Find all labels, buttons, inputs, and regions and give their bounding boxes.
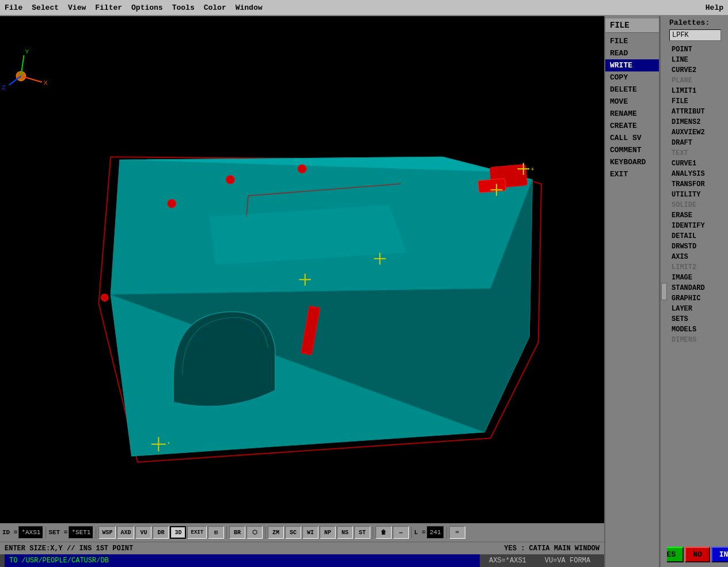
- svg-text:+: +: [530, 166, 534, 173]
- menu-item-comment[interactable]: COMMENT: [605, 144, 659, 156]
- palette-graphic[interactable]: GRAPHIC: [669, 293, 726, 304]
- icon-btn1[interactable]: ⊞: [208, 526, 224, 539]
- palette-identify[interactable]: IDENTIFY: [669, 221, 726, 231]
- palette-layer[interactable]: LAYER: [669, 304, 726, 314]
- dr-button[interactable]: DR: [153, 526, 169, 539]
- menu-file[interactable]: File: [5, 3, 22, 12]
- svg-point-17: [101, 294, 108, 301]
- menu-filter[interactable]: Filter: [95, 3, 122, 12]
- viewport[interactable]: X Y Z: [0, 16, 604, 567]
- menu-window[interactable]: Window: [236, 3, 263, 12]
- lpfk-input[interactable]: LPFK: [669, 29, 721, 41]
- dash-button[interactable]: —: [393, 526, 409, 539]
- palette-draft[interactable]: DRAFT: [669, 138, 726, 148]
- br-button[interactable]: BR: [229, 526, 245, 539]
- wi-button[interactable]: WI: [302, 526, 318, 539]
- palettes-panel: Palettes: LPFK POINT LINE CURVE2 PLANE L…: [667, 16, 728, 567]
- exit-button[interactable]: EXIT: [187, 526, 207, 539]
- palette-transfor[interactable]: TRANSFOR: [669, 179, 726, 190]
- yes-button[interactable]: YES: [667, 547, 684, 562]
- menu-item-keyboard[interactable]: KEYBOARD: [605, 156, 659, 168]
- vu-button[interactable]: VU: [135, 526, 151, 539]
- yes-no-bar: YES NO INT: [669, 542, 726, 565]
- no-button[interactable]: NO: [685, 547, 710, 562]
- scroll-thumb[interactable]: [661, 283, 667, 300]
- file-panel-title: FILE: [605, 18, 659, 33]
- main-layout: X Y Z: [0, 16, 728, 567]
- palette-erase[interactable]: ERASE: [669, 210, 726, 221]
- svg-rect-13: [478, 179, 506, 193]
- menu-options[interactable]: Options: [131, 3, 163, 12]
- menu-item-exit[interactable]: EXIT: [605, 168, 659, 180]
- menu-item-write[interactable]: WRITE: [605, 59, 659, 71]
- palette-auxview2[interactable]: AUXVIEW2: [669, 127, 726, 138]
- svg-point-16: [298, 165, 306, 173]
- palette-limit2: LIMIT2: [669, 262, 726, 273]
- file-menu-panel: FILE FILE READ WRITE COPY DELETE MOVE RE…: [605, 16, 660, 567]
- svg-text:X: X: [44, 79, 48, 86]
- sc-button[interactable]: SC: [285, 526, 301, 539]
- palette-dimens2[interactable]: DIMENS2: [669, 117, 726, 127]
- viewport-svg: X Y Z: [0, 16, 604, 567]
- ns-button[interactable]: NS: [337, 526, 353, 539]
- svg-point-15: [226, 176, 235, 184]
- np-button[interactable]: NP: [320, 526, 336, 539]
- status-vu: VU=VA FORMA: [536, 557, 600, 565]
- palette-file[interactable]: FILE: [669, 96, 726, 107]
- menu-item-rename[interactable]: RENAME: [605, 108, 659, 120]
- set-label: SET =: [48, 529, 67, 536]
- int-button[interactable]: INT: [711, 547, 728, 562]
- id-label: ID =: [2, 529, 17, 536]
- palette-solide: SOLIDE: [669, 200, 726, 210]
- palette-axis[interactable]: AXIS: [669, 252, 726, 262]
- palette-dimens: DIMENS: [669, 335, 726, 345]
- palette-sets[interactable]: SETS: [669, 314, 726, 324]
- menu-item-move[interactable]: MOVE: [605, 96, 659, 108]
- zm-button[interactable]: ZM: [268, 526, 284, 539]
- right-panel: FILE FILE READ WRITE COPY DELETE MOVE RE…: [604, 16, 728, 567]
- palette-point[interactable]: POINT: [669, 44, 726, 55]
- menu-color[interactable]: Color: [204, 3, 226, 12]
- menu-help[interactable]: Help: [706, 3, 723, 12]
- menu-select[interactable]: Select: [32, 3, 59, 12]
- palette-models[interactable]: MODELS: [669, 324, 726, 335]
- 3d-button[interactable]: 3D: [170, 526, 186, 539]
- svg-text:Y: Y: [25, 48, 29, 55]
- palette-curve2[interactable]: CURVE2: [669, 65, 726, 75]
- menu-view[interactable]: View: [68, 3, 86, 12]
- status-axs: AXS=*AXS1: [480, 557, 536, 565]
- axd-button[interactable]: AXD: [117, 526, 134, 539]
- svg-text:*: *: [167, 441, 170, 448]
- kbd-button[interactable]: ⌨: [449, 526, 465, 539]
- scroll-divider[interactable]: [660, 16, 667, 567]
- palette-plane: PLANE: [669, 75, 726, 86]
- menu-bar: File Select View Filter Options Tools Co…: [0, 0, 728, 16]
- status-message: ENTER SIZE:X,Y // INS 1ST POINT: [5, 545, 133, 553]
- palette-detail[interactable]: DETAIL: [669, 231, 726, 241]
- menu-item-create[interactable]: CREATE: [605, 120, 659, 132]
- palette-image[interactable]: IMAGE: [669, 273, 726, 283]
- palette-line[interactable]: LINE: [669, 55, 726, 65]
- id-field: *AXS1: [18, 526, 43, 539]
- status-row1: ENTER SIZE:X,Y // INS 1ST POINT YES : CA…: [0, 542, 604, 554]
- palette-utility[interactable]: UTILITY: [669, 190, 726, 200]
- palette-analysis[interactable]: ANALYSIS: [669, 169, 726, 179]
- palette-attribut[interactable]: ATTRIBUT: [669, 107, 726, 117]
- st-button[interactable]: ST: [354, 526, 370, 539]
- menu-item-delete[interactable]: DELETE: [605, 84, 659, 96]
- palette-curve1[interactable]: CURVE1: [669, 158, 726, 169]
- trash-button[interactable]: 🗑: [376, 526, 392, 539]
- menu-item-read[interactable]: READ: [605, 47, 659, 59]
- l-label: L =: [414, 529, 426, 536]
- palette-limit1[interactable]: LIMIT1: [669, 86, 726, 96]
- status-row2: TO /USR/PEOPLE/CATUSR/DB AXS=*AXS1 VU=VA…: [0, 554, 604, 567]
- icon-btn2[interactable]: ⬡: [247, 526, 263, 539]
- menu-item-file[interactable]: FILE: [605, 35, 659, 47]
- wsp-button[interactable]: WSP: [98, 526, 116, 539]
- palette-drwstd[interactable]: DRWSTD: [669, 241, 726, 252]
- svg-point-14: [168, 199, 176, 208]
- menu-item-copy[interactable]: COPY: [605, 71, 659, 84]
- palette-standard[interactable]: STANDARD: [669, 283, 726, 293]
- menu-item-callsv[interactable]: CALL SV: [605, 132, 659, 144]
- menu-tools[interactable]: Tools: [172, 3, 195, 12]
